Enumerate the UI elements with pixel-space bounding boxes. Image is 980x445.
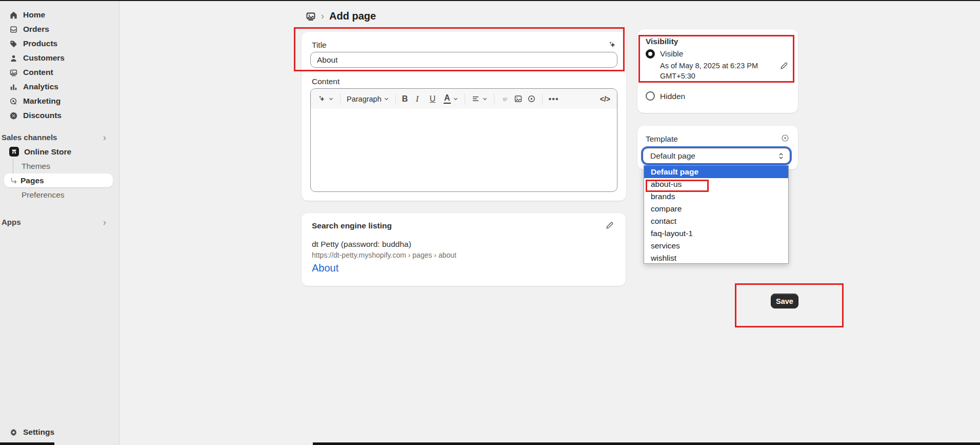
updown-chevrons-icon [777,152,785,160]
sidebar-item-label: Content [23,68,53,77]
template-dropdown: Default page about-us brands compare con… [644,165,789,264]
sidebar: Home Orders Products Customers Content [0,1,119,445]
preferences-label: Preferences [22,190,65,200]
sidebar-item-marketing[interactable]: Marketing [4,94,113,108]
alignment-button[interactable] [471,94,488,103]
template-select-value: Default page [650,151,695,161]
rich-text-editor: Paragraph B I U A [310,88,617,192]
toolbar-divider [465,93,465,105]
visible-radio-label: Visible [660,49,683,59]
seo-site-line: dt Petty (password: buddha) [312,240,411,249]
sidebar-item-customers[interactable]: Customers [4,51,113,65]
editor-body[interactable] [311,109,617,192]
template-select[interactable]: Default page [643,148,790,164]
settings-label: Settings [23,428,54,437]
visibility-card: Visibility Visible As of May 8, 2025 at … [637,29,798,113]
chevron-right-icon: › [103,217,113,227]
template-option-services[interactable]: services [644,240,788,252]
template-heading: Template [646,134,678,144]
toolbar-divider [542,93,543,105]
hidden-radio[interactable] [646,91,655,101]
search-engine-listing-card: Search engine listing dt Petty (password… [302,213,626,286]
text-color-button[interactable]: A [444,94,458,104]
sparkle-icon[interactable] [608,40,617,49]
sidebar-item-home[interactable]: Home [4,8,113,22]
gear-icon [9,428,18,437]
code-view-button[interactable]: </> [600,95,610,103]
sidebar-item-label: Customers [23,53,65,63]
content-field-label: Content [312,77,339,86]
sidebar-section-apps[interactable]: Apps › [2,216,113,227]
online-store-label: Online Store [24,147,71,157]
sidebar-item-label: Orders [23,25,49,34]
template-option-faq-layout-1[interactable]: faq-layout-1 [644,227,788,240]
customers-icon [9,54,18,63]
sidebar-item-label: Analytics [23,82,58,91]
template-option-compare[interactable]: compare [644,203,788,215]
sidebar-item-discounts[interactable]: Discounts [4,108,113,123]
italic-button[interactable]: I [416,94,425,104]
seo-card-heading: Search engine listing [312,221,392,230]
sidebar-item-preferences[interactable]: Preferences [4,188,113,202]
pencil-icon[interactable] [605,221,614,230]
products-icon [9,40,18,48]
template-option-default-page[interactable]: Default page [644,166,788,178]
breadcrumb: › Add page [306,10,376,22]
paragraph-style-dropdown[interactable]: Paragraph [347,95,389,103]
breadcrumb-separator: › [321,11,324,22]
sidebar-item-online-store[interactable]: Online Store [4,145,113,159]
toolbar-divider [340,93,341,105]
eye-icon[interactable] [781,133,790,143]
chevron-down-icon [328,96,334,102]
bold-button[interactable]: B [402,94,411,104]
apps-label: Apps [2,218,21,226]
sparkle-icon [317,94,326,103]
editor-toolbar: Paragraph B I U A [311,89,617,109]
template-option-brands[interactable]: brands [644,190,788,203]
home-icon [9,11,18,20]
sidebar-item-pages[interactable]: Pages [4,173,113,187]
sidebar-item-label: Products [23,39,57,48]
visibility-heading: Visibility [646,37,678,46]
insert-video-button[interactable] [527,94,536,103]
sidebar-item-label: Marketing [23,96,61,106]
window-bottom-edge-right [313,442,980,445]
sales-channels-label: Sales channels [2,133,57,142]
discounts-icon [9,111,18,120]
window-top-edge [0,0,980,1]
sidebar-item-themes[interactable]: Themes [4,159,113,173]
page-icon[interactable] [306,11,316,22]
align-left-icon [471,94,480,103]
shopify-admin-app: Home Orders Products Customers Content [0,0,980,445]
underline-button[interactable]: U [430,94,439,104]
marketing-icon [9,97,18,106]
sidebar-item-label: Home [23,10,45,20]
sidebar-item-settings[interactable]: Settings [4,425,113,439]
sidebar-item-orders[interactable]: Orders [4,22,113,36]
content-icon [9,68,18,77]
sidebar-item-products[interactable]: Products [4,36,113,51]
sidebar-item-analytics[interactable]: Analytics [4,80,113,94]
title-input[interactable] [310,52,617,68]
play-circle-icon [527,94,536,103]
chevron-down-icon [482,96,488,102]
visible-radio[interactable] [646,49,655,59]
save-button[interactable]: Save [771,294,798,308]
insert-image-button[interactable] [514,94,523,103]
seo-page-title-link[interactable]: About [312,262,338,274]
orders-icon [9,25,18,34]
window-bottom-edge-left [0,442,54,445]
hook-arrow-icon [9,176,18,185]
ai-assist-button[interactable] [317,94,334,103]
pencil-icon[interactable] [779,61,789,70]
more-options-button[interactable]: ••• [549,94,559,103]
chevron-right-icon: › [103,132,113,142]
sidebar-item-content[interactable]: Content [4,65,113,80]
link-button [501,94,509,103]
page-title: Add page [329,10,376,22]
toolbar-divider [395,93,396,105]
sidebar-section-sales-channels[interactable]: Sales channels › [2,131,113,143]
template-option-contact[interactable]: contact [644,215,788,227]
template-option-about-us[interactable]: about-us [644,178,788,190]
template-option-wishlist[interactable]: wishlist [644,252,788,264]
